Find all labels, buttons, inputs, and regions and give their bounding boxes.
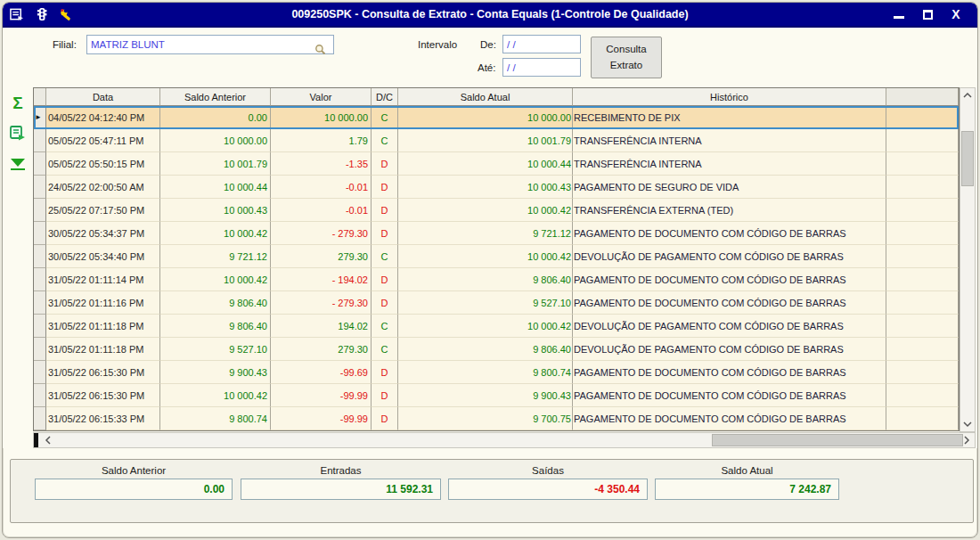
cell-dc: C (372, 245, 398, 268)
horizontal-scrollbar[interactable] (33, 432, 976, 448)
table-row[interactable]: 30/05/22 05:34:40 PM9 721.12279.30C10 00… (34, 245, 959, 268)
window-title: 009250SPK - Consulta de Extrato - Conta … (3, 8, 977, 20)
header-selector (34, 88, 46, 106)
cell-valor: - 279.30 (271, 291, 372, 315)
cell-historico: DEVOLUÇÃO DE PAGAMENTO COM CÓDIGO DE BAR… (573, 245, 886, 268)
scroll-right-icon[interactable] (960, 433, 974, 447)
cell-data: 31/05/22 06:15:33 PM (46, 407, 160, 430)
sum-sigma-icon[interactable]: Σ (8, 93, 28, 112)
header-historico[interactable]: Histórico (573, 88, 886, 106)
cell-trailing (886, 106, 959, 129)
header-dc[interactable]: D/C (372, 88, 398, 106)
summary-saldo-anterior-label: Saldo Anterior (35, 465, 233, 476)
cell-dc: D (372, 291, 398, 315)
cell-saldo-anterior: 9 806.40 (160, 315, 271, 338)
resize-grip[interactable] (34, 433, 38, 447)
row-selector (34, 129, 46, 152)
cell-valor: -0.01 (271, 199, 372, 222)
cell-saldo-anterior: 10 000.44 (160, 176, 271, 199)
row-selector (34, 291, 46, 315)
cell-data: 31/05/22 01:11:18 PM (46, 315, 160, 338)
header-valor[interactable]: Valor (271, 88, 372, 106)
filial-label: Filial: (53, 39, 77, 50)
cell-saldo-anterior: 9 806.40 (160, 291, 271, 315)
cell-saldo-anterior: 9 900.43 (160, 361, 271, 384)
table-row[interactable]: 05/05/22 05:47:11 PM10 000.001.79C10 001… (34, 129, 959, 152)
cell-saldo-anterior: 10 000.42 (160, 268, 271, 291)
cell-saldo-anterior: 0.00 (160, 106, 271, 129)
table-row[interactable]: 24/05/22 02:00:50 AM10 000.44-0.01D10 00… (34, 176, 959, 199)
vertical-scrollbar[interactable] (960, 87, 976, 432)
cell-trailing (886, 152, 959, 176)
row-selector (34, 152, 46, 176)
date-to-input[interactable] (502, 58, 581, 77)
cell-dc: C (372, 338, 398, 361)
cell-data: 31/05/22 01:11:16 PM (46, 291, 160, 315)
cell-historico: PAGAMENTO DE DOCUMENTO COM CÓDIGO DE BAR… (573, 291, 886, 315)
close-button[interactable]: X (949, 7, 963, 21)
table-row[interactable]: 31/05/22 01:11:18 PM9 527.10279.30C9 806… (34, 338, 959, 361)
cell-dc: D (372, 268, 398, 291)
summary-saldo-anterior-value: 0.00 (35, 479, 233, 500)
cell-trailing (886, 199, 959, 222)
table-row[interactable]: 31/05/22 01:11:14 PM10 000.42- 194.02D9 … (34, 268, 959, 291)
wrench-icon[interactable] (60, 7, 74, 21)
table-row[interactable]: 31/05/22 06:15:30 PM9 900.43-99.69D9 800… (34, 361, 959, 384)
cell-dc: C (372, 129, 398, 152)
app-window: 009250SPK - Consulta de Extrato - Conta … (2, 2, 978, 538)
horizontal-scroll-thumb[interactable] (712, 434, 963, 446)
cell-historico: PAGAMENTO DE DOCUMENTO COM CÓDIGO DE BAR… (573, 268, 886, 291)
row-selector: ► (34, 106, 46, 129)
cell-saldo-atual: 10 000.42 (398, 199, 573, 222)
table-row[interactable]: ►04/05/22 04:12:40 PM0.0010 000.00C10 00… (34, 106, 959, 129)
summary-saldo-atual-label: Saldo Atual (655, 465, 839, 476)
cell-valor: 279.30 (271, 245, 372, 268)
header-saldo-anterior[interactable]: Saldo Anterior (160, 88, 271, 106)
date-from-input[interactable] (502, 35, 581, 53)
vertical-scroll-thumb[interactable] (961, 131, 974, 186)
cell-historico: RECEBIMENTO DE PIX (573, 106, 886, 129)
consulta-extrato-button[interactable]: Consulta Extrato (591, 37, 662, 78)
header-data[interactable]: Data (46, 88, 160, 106)
cell-trailing (886, 384, 959, 407)
cell-data: 25/05/22 07:17:50 PM (46, 199, 160, 222)
header-saldo-atual[interactable]: Saldo Atual (398, 88, 573, 106)
consulta-extrato-label-1: Consulta (606, 42, 646, 58)
cell-trailing (886, 361, 959, 384)
table-row[interactable]: 30/05/22 05:34:37 PM10 000.42- 279.30D9 … (34, 222, 959, 245)
cell-dc: C (372, 315, 398, 338)
cell-valor: - 279.30 (271, 222, 372, 245)
cell-dc: D (372, 199, 398, 222)
export-report-icon[interactable] (8, 124, 28, 143)
table-row[interactable]: 05/05/22 05:50:15 PM10 001.79-1.35D10 00… (34, 152, 959, 176)
consulta-extrato-label-2: Extrato (610, 58, 642, 74)
cell-saldo-atual: 9 800.74 (398, 361, 573, 384)
filial-input[interactable] (86, 35, 334, 54)
cell-data: 05/05/22 05:50:15 PM (46, 152, 160, 176)
table-row[interactable]: 31/05/22 06:15:33 PM9 800.74-99.99D9 700… (34, 407, 959, 430)
summary-saidas-label: Saídas (448, 465, 648, 476)
scroll-left-icon[interactable] (41, 433, 55, 447)
scroll-up-icon[interactable] (960, 88, 975, 102)
main-area: Σ Data Saldo Anterior (3, 87, 978, 448)
table-row[interactable]: 31/05/22 06:15:30 PM10 000.42-99.99D9 90… (34, 384, 959, 407)
table-row[interactable]: 31/05/22 01:11:18 PM9 806.40194.02C10 00… (34, 315, 959, 338)
cell-data: 31/05/22 01:11:18 PM (46, 338, 160, 361)
extrato-table: Data Saldo Anterior Valor D/C Saldo Atua… (33, 87, 960, 431)
cell-saldo-atual: 9 806.40 (398, 268, 573, 291)
filter-funnel-icon[interactable] (8, 155, 28, 175)
table-row[interactable]: 25/05/22 07:17:50 PM10 000.43-0.01D10 00… (34, 199, 959, 222)
scroll-down-icon[interactable] (960, 417, 975, 431)
minimize-button[interactable] (892, 7, 906, 21)
cell-valor: -99.69 (271, 361, 372, 384)
cell-dc: D (372, 152, 398, 176)
row-selector (34, 315, 46, 338)
row-selector (34, 407, 46, 430)
cell-data: 30/05/22 05:34:40 PM (46, 245, 160, 268)
maximize-button[interactable] (920, 7, 935, 21)
table-header: Data Saldo Anterior Valor D/C Saldo Atua… (34, 88, 959, 106)
table-row[interactable]: 31/05/22 01:11:16 PM9 806.40- 279.30D9 5… (34, 291, 959, 315)
cell-saldo-atual: 9 721.12 (398, 222, 573, 245)
cell-data: 31/05/22 06:15:30 PM (46, 361, 160, 384)
summary-saldo-atual-value: 7 242.87 (655, 479, 839, 500)
